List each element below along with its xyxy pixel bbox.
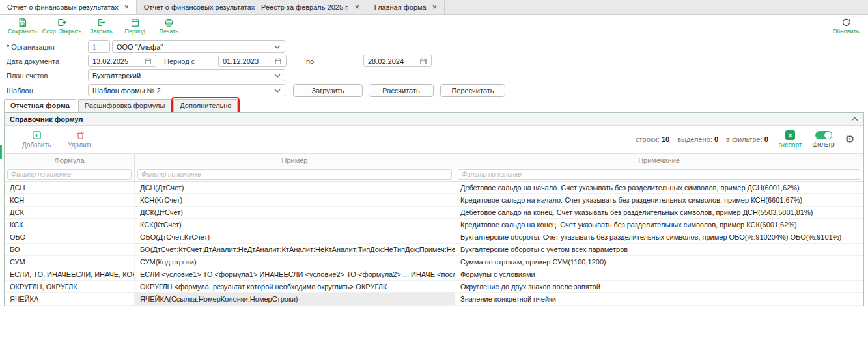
save-close-icon [57,18,67,27]
print-button[interactable]: Печать [152,16,186,36]
filtered-stat: в фильтре: 0 [726,135,768,143]
close-icon[interactable]: × [432,3,437,11]
calendar-icon[interactable] [419,57,427,65]
org-code-input[interactable] [92,43,105,51]
filter-input-note[interactable] [458,169,860,180]
close-label: Закрыть [90,28,113,35]
cell-note: Дебетовое сальдо на конец. Счет указыват… [455,207,863,218]
trash-icon [76,130,85,140]
excel-export-icon: x [785,130,795,140]
panel-header[interactable]: Справочник формул [5,113,863,126]
doc-date-input[interactable] [92,57,144,65]
selected-stat: выделено: 0 [677,135,718,143]
chevron-down-icon [274,89,281,93]
org-label: * Организация [7,41,55,53]
table-row[interactable]: КСН КСН(КтСчет) Кредитовое сальдо на нач… [5,194,863,207]
cell-formula: ОБО [5,231,135,243]
chevron-down-icon [274,74,281,78]
collapse-chevron-icon[interactable] [851,117,858,121]
close-icon[interactable]: × [355,3,359,11]
table-filter-row [5,167,863,182]
chart-of-accounts-select[interactable]: Бухгалтерский [88,69,285,81]
org-code-field[interactable] [88,40,110,53]
period-label: Период [125,28,146,35]
cell-note: Округление до двух знаков после запятой [455,281,863,292]
cell-note: Дебетовое сальдо на начало. Счет указыва… [455,182,863,193]
org-select[interactable]: ООО "Альфа" [112,40,285,53]
table-row[interactable]: ОБО ОБО(ДтСчет:КтСчет) Бухгалтерские обо… [5,231,863,244]
save-button[interactable]: Сохранить [5,16,40,36]
calendar-icon[interactable] [144,57,152,65]
calendar-icon[interactable] [274,57,282,65]
template-value: Шаблон формы № 2 [92,87,161,94]
grid-stats: строки: 10 выделено: 0 в фильтре: 0 [636,135,768,143]
app-window: Отчет о финансовых результатах × Отчет о… [0,0,868,342]
tab-formula-breakdown[interactable]: Расшифровка формулы [78,99,171,112]
period-button[interactable]: Период [118,16,152,36]
export-button[interactable]: x экспорт [779,130,802,149]
period-from-field[interactable] [218,55,287,67]
cell-formula: ЯЧЕЙКА [5,293,135,305]
chevron-down-icon [274,45,281,49]
cell-example: ОКРУГЛН <формула, результат которой необ… [135,281,455,292]
window-tab-main-form[interactable]: Главная форма × [367,0,445,14]
settings-gear-icon[interactable]: ⚙ [845,134,854,145]
window-tab-label: Отчет о финансовых результатах [7,3,119,11]
filter-input-example[interactable] [137,169,452,180]
chart-of-accounts-label: План счетов [7,70,48,81]
delete-row-button[interactable]: Удалить [68,130,92,149]
save-close-button[interactable]: Сохр. Закрыть [40,16,85,36]
tab-additional[interactable]: Дополнительно [173,99,238,112]
table-row[interactable]: БО БО(ДтСчет:КтСчет;ДтАналит:НеДтАналит;… [5,244,863,256]
table-row[interactable]: ЯЧЕЙКА ЯЧЕЙКА(Ссылка:НомерКолонки:НомерС… [5,293,863,306]
period-to-input[interactable] [368,57,419,65]
filter-cell [135,167,455,181]
period-to-field[interactable] [363,55,432,67]
filter-toggle[interactable]: фильтр [812,131,834,148]
cell-example: ОБО(ДтСчет:КтСчет) [135,231,455,243]
load-button[interactable]: Загрузить [293,84,363,97]
template-select[interactable]: Шаблон формы № 2 [88,84,285,96]
close-icon[interactable]: × [124,3,129,11]
column-header-example[interactable]: Пример [135,154,455,167]
table-body: ДСН ДСН(ДтСчет) Дебетовое сальдо на нача… [5,182,863,306]
table-row[interactable]: ЕСЛИ, ТО, ИНАЧЕЕСЛИ, ИНАЧЕ, КОНЕЦ ЕСЛИ <… [5,268,863,281]
refresh-button[interactable]: Обновить [829,16,863,36]
cell-note: Сумма по строкам, пример СУМ(1100,1200) [455,256,863,268]
panel-title: Справочник формул [10,115,83,123]
cell-formula: БО [5,244,135,255]
add-label: Добавить [22,141,51,149]
filter-input-formula[interactable] [7,169,132,180]
table-row[interactable]: СУМ СУМ(Код строки) Сумма по строкам, пр… [5,256,863,268]
doc-date-field[interactable] [88,55,156,67]
period-from-input[interactable] [223,57,274,65]
column-header-note[interactable]: Примечание [455,154,863,167]
table-row[interactable]: ДСК ДСК(ДтСчет) Дебетовое сальдо на коне… [5,207,863,219]
form-subtabs: Отчетная форма Расшифровка формулы Допол… [4,99,238,112]
table-row[interactable]: КСК КСК(КтСчет) Кредитовое сальдо на кон… [5,219,863,231]
calendar-icon [130,18,140,27]
window-tab-report[interactable]: Отчет о финансовых результатах × [0,0,137,14]
cell-note: Бухгалтерские обороты. Счет указывать бе… [455,231,863,243]
tab-report-form[interactable]: Отчетная форма [4,99,76,112]
calculate-button[interactable]: Рассчитать [369,84,434,97]
period-from-label: Период с [164,55,195,67]
exit-door-icon [96,18,106,27]
add-icon [32,130,42,140]
add-row-button[interactable]: Добавить [22,130,51,149]
recalculate-button[interactable]: Пересчитать [440,84,505,97]
cell-example: СУМ(Код строки) [135,256,455,268]
formula-reference-panel: Справочник формул Добавить Удалить строк… [4,112,864,306]
cell-formula: КСН [5,194,135,206]
filter-cell [5,167,135,181]
table-row[interactable]: ДСН ДСН(ДтСчет) Дебетовое сальдо на нача… [5,182,863,194]
cell-note: Кредитовое сальдо на конец. Счет указыва… [455,219,863,231]
column-header-formula[interactable]: Формула [5,154,135,167]
window-tab-registry[interactable]: Отчет о финансовых результатах - Реестр … [137,0,367,14]
table-row[interactable]: ОКРУГЛН, ОКРУГЛК ОКРУГЛН <формула, резул… [5,281,863,293]
chart-of-accounts-value: Бухгалтерский [92,72,141,79]
cell-example: БО(ДтСчет:КтСчет;ДтАналит:НеДтАналит;КтА… [135,244,455,255]
doc-date-label: Дата документа [7,55,59,67]
close-button[interactable]: Закрыть [84,16,118,36]
table-header: Формула Пример Примечание [5,153,863,167]
